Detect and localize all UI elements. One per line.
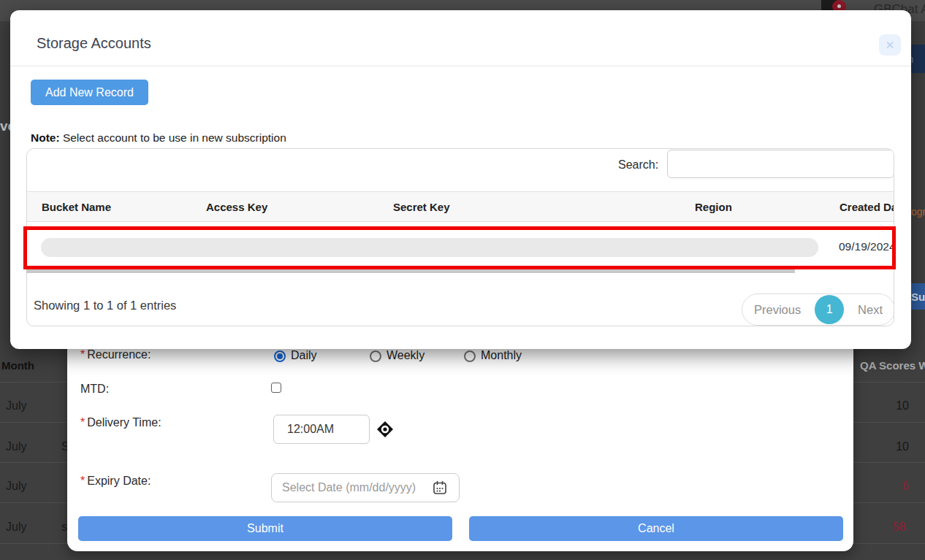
modal-title: Storage Accounts	[37, 35, 151, 52]
delivery-time-label: *Delivery Time:	[80, 416, 161, 429]
divider	[10, 66, 911, 66]
radio-monthly[interactable]	[464, 350, 476, 362]
storage-accounts-modal: Storage Accounts ✕ Add New Record Note: …	[10, 10, 911, 349]
column-secret-key[interactable]: Secret Key	[393, 201, 450, 213]
subscription-form-modal: *Recurrence: Daily Weekly Monthly MTD: *…	[67, 321, 853, 551]
highlighted-account-row[interactable]: 09/19/2024	[23, 226, 896, 269]
radio-weekly[interactable]	[370, 350, 381, 362]
column-bucket-name[interactable]: Bucket Name	[42, 201, 111, 213]
calendar-icon[interactable]	[433, 480, 447, 495]
expiry-date-input[interactable]	[271, 473, 460, 502]
mtd-label: MTD:	[80, 383, 109, 396]
column-created-date[interactable]: Created Date	[840, 201, 894, 213]
background-link-fragment: ogr	[911, 206, 925, 218]
note-text: Note: Select account to be use in new su…	[31, 131, 286, 145]
pagination: Previous 1 Next	[742, 294, 894, 326]
required-asterisk: *	[80, 416, 85, 429]
column-region[interactable]: Region	[695, 201, 732, 213]
next-page-button[interactable]: Next	[858, 303, 883, 317]
close-icon[interactable]: ✕	[879, 34, 901, 55]
background-col-qa-scores: QA Scores W	[860, 359, 925, 372]
created-date-cell: 09/19/2024	[839, 240, 896, 253]
search-input[interactable]	[667, 150, 894, 178]
submit-button[interactable]: Submit	[78, 516, 452, 541]
add-new-record-button[interactable]: Add New Record	[31, 80, 148, 105]
radio-monthly-label[interactable]: Monthly	[481, 349, 522, 362]
radio-daily-label[interactable]: Daily	[291, 349, 317, 362]
expiry-date-label: *Expiry Date:	[80, 475, 151, 488]
cancel-button[interactable]: Cancel	[469, 516, 843, 541]
recurrence-label: *Recurrence:	[80, 348, 151, 361]
timepicker-crosshair-icon[interactable]	[376, 421, 394, 438]
background-col-month: Month	[1, 359, 34, 372]
showing-entries-text: Showing 1 to 1 of 1 entries	[34, 299, 176, 312]
required-asterisk: *	[80, 475, 85, 487]
previous-page-button[interactable]: Previous	[754, 303, 801, 317]
screen: GBChat Ac ve n ogr Su Month QA Scores W …	[0, 0, 925, 560]
table-header-row: Bucket Name Access Key Secret Key Region…	[27, 191, 894, 222]
redacted-account-pill	[41, 238, 818, 257]
required-asterisk: *	[80, 348, 85, 361]
delivery-time-input[interactable]	[273, 415, 370, 444]
highlight-shadow	[26, 269, 795, 273]
radio-weekly-label[interactable]: Weekly	[387, 349, 425, 362]
background-submit-fragment: Su	[910, 283, 925, 310]
column-access-key[interactable]: Access Key	[206, 201, 267, 213]
search-label: Search:	[618, 158, 658, 172]
page-1-button[interactable]: 1	[815, 295, 844, 324]
radio-daily[interactable]	[274, 350, 286, 362]
mtd-checkbox[interactable]	[271, 383, 281, 393]
